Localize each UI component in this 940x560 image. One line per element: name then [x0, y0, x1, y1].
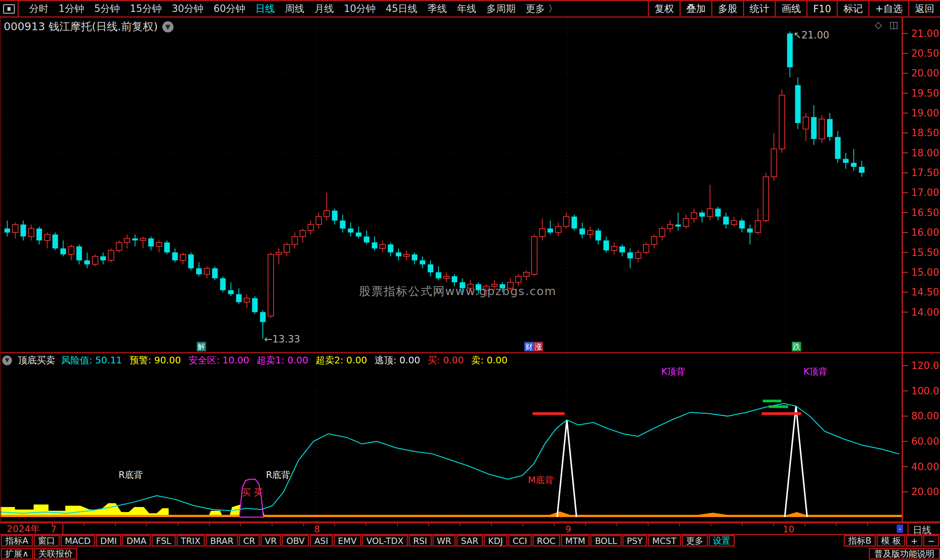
month-label-8: 8 [314, 524, 320, 535]
toolbar-button-DMI[interactable]: DMI [96, 535, 121, 546]
indicator-toolbar: 指标A窗口MACDDMIDMAFSLTRIXBRARCRVROBVASIEMVV… [1, 535, 735, 546]
toolbar-button-CCI[interactable]: CCI [508, 535, 532, 546]
toolbar-button-更多[interactable]: 更多 [682, 535, 708, 546]
svg-text:80.00: 80.00 [911, 411, 939, 422]
svg-text:40.00: 40.00 [911, 461, 939, 472]
toolbar-button-RSI[interactable]: RSI [409, 535, 431, 546]
toolbar-button-−[interactable]: − [923, 535, 939, 546]
axis-tick [554, 523, 554, 526]
axis-tick [585, 523, 586, 526]
menu-item-季线[interactable]: 季线 [428, 2, 447, 15]
split-window-icon[interactable]: ◫ [889, 19, 898, 30]
menu-item-日线[interactable]: 日线 [255, 2, 275, 15]
month-label-7: 7 [51, 524, 56, 535]
menu-item-30分钟[interactable]: 30分钟 [172, 2, 203, 15]
svg-text:19.00: 19.00 [911, 108, 939, 118]
axis-tick [836, 523, 837, 526]
toolbar-button-FSL[interactable]: FSL [151, 535, 175, 546]
indicator-param-买: 买: 0.00 [428, 354, 464, 366]
menu-item-年线[interactable]: 年线 [457, 2, 477, 15]
menu-item-45日线[interactable]: 45日线 [386, 2, 417, 15]
period-menu: 分时1分钟5分钟15分钟30分钟60分钟日线周线月线10分钟45日线季线年线多周… [18, 1, 648, 17]
toolbar-button-WR[interactable]: WR [432, 535, 456, 546]
svg-text:买 买: 买 买 [242, 487, 263, 498]
chevron-down-icon[interactable]: ▼ [2, 355, 12, 365]
topbar-button-返回[interactable]: 返回 [908, 1, 940, 17]
menu-item-周线[interactable]: 周线 [285, 2, 304, 15]
svg-text:14.00: 14.00 [911, 307, 939, 318]
svg-text:120.0: 120.0 [911, 360, 939, 371]
toolbar-button-EMV[interactable]: EMV [334, 535, 361, 546]
toolbar-button-指标A[interactable]: 指标A [1, 535, 33, 546]
toolbar-button-KDJ[interactable]: KDJ [484, 535, 508, 546]
toolbar-button-设置[interactable]: 设置 [709, 535, 735, 546]
topbar-button-F10[interactable]: F10 [806, 1, 837, 17]
axis-tick [21, 523, 22, 526]
axis-tick [522, 523, 523, 526]
corner-icons: ◇ ◫ [875, 19, 898, 30]
svg-text:15.00: 15.00 [911, 267, 939, 278]
toolbar-button-ASI[interactable]: ASI [310, 535, 332, 546]
toolbar-button-VR[interactable]: VR [260, 535, 282, 546]
extension-toolbar: 扩展∧关联报价 [1, 548, 77, 560]
menu-item-15分钟[interactable]: 15分钟 [130, 2, 162, 15]
indicator-param-逃顶: 逃顶: 0.00 [375, 354, 420, 366]
menu-item-60分钟[interactable]: 60分钟 [214, 2, 245, 15]
toolbar-button-SAR[interactable]: SAR [456, 535, 483, 546]
topbar-button-统计[interactable]: 统计 [743, 1, 775, 17]
svg-text:17.00: 17.00 [911, 187, 939, 198]
indicator-param-预警: 预警: 90.00 [129, 354, 181, 366]
menu-item-1分钟[interactable]: 1分钟 [58, 2, 84, 15]
menu-item-10分钟[interactable]: 10分钟 [344, 2, 375, 15]
topbar-button-复权[interactable]: 复权 [648, 1, 680, 17]
svg-text:R底背: R底背 [266, 470, 290, 480]
indicator-name[interactable]: 顶底买卖 [18, 354, 55, 366]
toolbar-button-TRIX[interactable]: TRIX [177, 535, 205, 546]
topbar-button-叠加[interactable]: 叠加 [680, 1, 711, 17]
window-icon[interactable] [0, 1, 18, 17]
topbar-button-+自选[interactable]: +自选 [868, 1, 908, 17]
toolbar-button-VOL-TDX[interactable]: VOL-TDX [362, 535, 408, 546]
toolbar-button-扩展∧[interactable]: 扩展∧ [1, 548, 33, 560]
menu-item-月线[interactable]: 月线 [314, 2, 334, 15]
menu-item-5分钟[interactable]: 5分钟 [94, 2, 120, 15]
candlestick-chart[interactable]: 21.0020.5020.0019.5019.0018.5018.0017.50… [0, 17, 940, 352]
period-label: 日线 [913, 524, 931, 536]
diamond-icon[interactable]: ◇ [875, 19, 882, 30]
svg-text:20.50: 20.50 [911, 48, 939, 59]
topbar-button-画线[interactable]: 画线 [775, 1, 806, 17]
svg-text:K顶背: K顶背 [803, 366, 827, 377]
edition-note: 普及版功能说明 [869, 548, 940, 560]
toolbar-button-指标B[interactable]: 指标B [844, 535, 876, 546]
indicator-chart[interactable]: R底背R底背买 买M底背K顶背K顶背120.0100.080.0060.0040… [0, 352, 940, 523]
scrollbar-thumb[interactable]: - [897, 525, 903, 533]
toolbar-button-BOLL[interactable]: BOLL [590, 535, 621, 546]
toolbar-button-CR[interactable]: CR [239, 535, 260, 546]
svg-text:↖21.00: ↖21.00 [793, 29, 829, 41]
menu-item-分时[interactable]: 分时 [29, 2, 49, 15]
toolbar-button-模 板[interactable]: 模 板 [877, 535, 905, 546]
toolbar-button-PSY[interactable]: PSY [622, 535, 648, 546]
toolbar-button-MTM[interactable]: MTM [561, 535, 590, 546]
axis-tick [617, 523, 617, 526]
toolbar-button-BRAR[interactable]: BRAR [206, 535, 238, 546]
axis-tick [178, 523, 178, 526]
toolbar-button-OBV[interactable]: OBV [282, 535, 309, 546]
toolbar-button-关联报价[interactable]: 关联报价 [34, 548, 77, 560]
toolbar-button-DMA[interactable]: DMA [122, 535, 151, 546]
axis-tick [428, 523, 429, 526]
toolbar-button-ROC[interactable]: ROC [532, 535, 560, 546]
axis-tick [366, 523, 366, 526]
topbar-button-多股[interactable]: 多股 [711, 1, 743, 17]
svg-text:20.00: 20.00 [911, 486, 939, 497]
toolbar-button-窗口[interactable]: 窗口 [34, 535, 60, 546]
chevron-down-icon[interactable]: ▼ [162, 21, 174, 32]
toolbar-button-+[interactable]: + [906, 535, 922, 546]
menu-item-多周期[interactable]: 多周期 [487, 2, 516, 15]
toolbar-button-MACD[interactable]: MACD [60, 535, 95, 546]
svg-text:17.50: 17.50 [911, 167, 939, 178]
toolbar-button-MCST[interactable]: MCST [648, 535, 681, 546]
topbar-button-标记[interactable]: 标记 [837, 1, 868, 17]
menu-item-更多 〉[interactable]: 更多 〉 [526, 2, 558, 15]
svg-text:14.50: 14.50 [911, 286, 939, 298]
